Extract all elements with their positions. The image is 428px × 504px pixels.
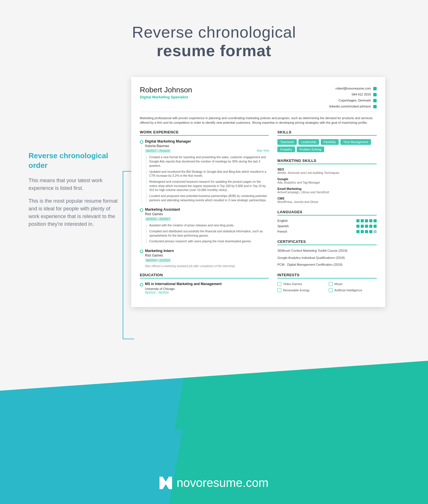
mskill-detail: Ahrefs, Semrush and Link-building Techni… — [277, 171, 339, 174]
job-bullet: Redesigned and conducted keyword researc… — [149, 180, 269, 192]
interest-label: Video Games — [283, 282, 302, 286]
mskill-name: Google — [277, 177, 377, 181]
annotation-panel: Reverse chronological order This means t… — [29, 77, 120, 307]
section-skills-title: SKILLS — [277, 130, 377, 136]
resume-summary: Marketing professional with proven exper… — [140, 116, 377, 125]
job-dates: 08/2014 – 01/2015 — [145, 259, 171, 262]
level-dot — [369, 225, 372, 228]
location-icon — [373, 99, 377, 102]
level-dot — [361, 225, 364, 228]
section-education-title: EDUCATION — [140, 273, 269, 279]
education-dates: 06/2014 – 06/2016 — [145, 291, 269, 294]
logo-icon — [160, 477, 172, 489]
skill-tag: Problem Solving — [297, 147, 324, 152]
interest-item: Video Games — [277, 282, 325, 286]
interest-item: Music — [329, 282, 377, 286]
level-dot — [374, 219, 377, 222]
job-bullet: Assisted with the creation of press rele… — [149, 223, 269, 227]
job-note: Was offered a marketing assistant job af… — [145, 265, 269, 268]
mskill-detail: Ads, Analytics and Tag Manager — [277, 181, 320, 184]
title-line-1: Reverse chronological — [0, 23, 428, 41]
interest-icon — [329, 288, 333, 292]
mskill-name: CMS — [277, 197, 377, 200]
level-dot — [374, 230, 377, 233]
mskill-detail: ActiveCampaign, Litmus and SendGrid — [277, 190, 329, 194]
level-dot — [365, 225, 368, 228]
skill-tag: Empathy — [277, 147, 295, 152]
level-dot — [356, 225, 360, 228]
education-entry: MS in International Marketing and Manage… — [140, 282, 269, 294]
language-row: English — [277, 219, 377, 222]
job-entry: Marketing Intern Riot Games 08/2014 – 01… — [140, 249, 269, 268]
education-degree: MS in International Marketing and Manage… — [145, 282, 269, 286]
interest-icon — [277, 288, 281, 292]
job-entry: Marketing Assistant Riot Games 02/2015 –… — [140, 207, 269, 243]
language-name: English — [277, 219, 288, 222]
skill-tag: Time Management — [340, 139, 371, 145]
interest-label: Artificial Intelligence — [334, 288, 362, 292]
contact-location: Copenhagen, Denmark — [338, 99, 371, 102]
contact-block: robert@novoresume.com 044 412 2019 Copen… — [329, 86, 377, 109]
job-dates: 02/2015 – 05/2017 — [145, 217, 171, 221]
title-line-2: resume format — [0, 41, 428, 60]
job-location: New York — [257, 149, 269, 153]
contact-linkedin: linkedin.com/in/robert.johnson — [329, 105, 371, 108]
page-title: Reverse chronological resume format — [0, 0, 428, 77]
level-dot — [365, 219, 368, 222]
interest-item: Artificial Intelligence — [329, 288, 377, 292]
mskill-name: Email Marketing — [277, 187, 377, 190]
interest-item: Renewable Energy — [277, 288, 325, 292]
section-interests-title: INTERESTS — [277, 273, 377, 279]
job-dates: 06/2017 – Present — [145, 149, 171, 153]
resume-name: Robert Johnson — [140, 86, 192, 94]
job-entry: Digital Marketing Manager Astoria Baumax… — [140, 139, 269, 202]
language-name: Spanish — [277, 224, 289, 228]
contact-phone: 044 412 2019 — [352, 93, 371, 96]
skill-tag: Leadership — [298, 139, 319, 145]
marketing-skill: GoogleAds, Analytics and Tag Manager — [277, 177, 377, 184]
job-title: Marketing Intern — [145, 249, 269, 253]
level-dot — [356, 230, 360, 233]
job-bullet: Compiled and distributed successfully th… — [149, 229, 269, 237]
level-dot — [374, 225, 377, 228]
job-bullet: Located and proposed new potential busin… — [149, 194, 269, 202]
footer-brand: novoresume.com — [177, 476, 268, 490]
certificate-item: Google Analytics Individual Qualificatio… — [277, 256, 377, 260]
interest-icon — [277, 282, 281, 286]
section-work-title: WORK EXPERIENCE — [140, 130, 269, 136]
section-mskills-title: MARKETING SKILLS — [277, 158, 377, 164]
resume-document: Robert Johnson Digital Marketing Special… — [131, 77, 385, 307]
job-bullet: Created a new format for reporting and p… — [149, 155, 269, 168]
interest-label: Renewable Energy — [283, 288, 310, 292]
mskill-name: SEO — [277, 168, 377, 171]
level-dot — [369, 219, 372, 222]
job-company: Riot Games — [145, 253, 269, 257]
marketing-skill: Email MarketingActiveCampaign, Litmus an… — [277, 187, 377, 194]
job-title: Digital Marketing Manager — [145, 139, 269, 143]
job-title: Marketing Assistant — [145, 207, 269, 212]
level-dot — [356, 219, 360, 222]
interest-icon — [329, 282, 333, 286]
resume-role: Digital Marketing Specialist — [140, 95, 192, 99]
level-dot — [369, 230, 372, 233]
section-certs-title: CERTIFICATES — [277, 239, 377, 245]
job-company: Astoria Baumax — [145, 144, 269, 148]
job-company: Riot Games — [145, 212, 269, 216]
linkedin-icon — [373, 105, 377, 108]
job-bullet: Updated and monitored the Bid Strategy i… — [149, 170, 269, 178]
marketing-skill: SEOAhrefs, Semrush and Link-building Tec… — [277, 168, 377, 174]
phone-icon — [373, 93, 377, 96]
job-bullet: Conducted primary research with users pl… — [149, 239, 269, 243]
language-row: Spanish — [277, 224, 377, 228]
email-icon — [373, 87, 377, 90]
language-name: French — [277, 230, 287, 233]
level-dot — [365, 230, 368, 233]
mskill-detail: WordPress, Joomla and Ghost — [277, 200, 318, 204]
annotation-title: Reverse chronological order — [29, 151, 120, 170]
skill-tag: Teamwork — [277, 139, 297, 145]
interest-label: Music — [334, 282, 343, 286]
marketing-skill: CMSWordPress, Joomla and Ghost — [277, 197, 377, 204]
skill-tag: Flexibility — [321, 139, 339, 145]
education-school: University of Chicago — [145, 287, 269, 290]
footer: novoresume.com — [0, 476, 428, 490]
